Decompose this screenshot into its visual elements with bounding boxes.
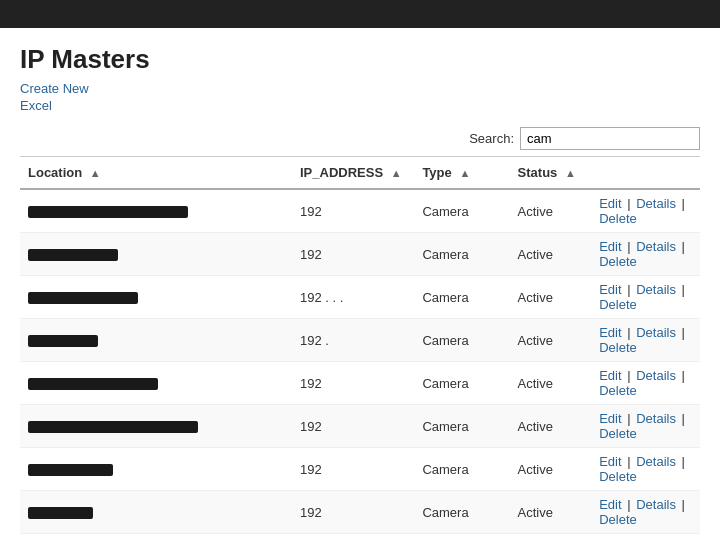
sep1: | bbox=[624, 282, 635, 297]
sep1: | bbox=[624, 368, 635, 383]
sep2: | bbox=[678, 368, 685, 383]
edit-link[interactable]: Edit bbox=[599, 368, 621, 383]
delete-link[interactable]: Delete bbox=[599, 211, 637, 226]
cell-actions: Edit | Details | Delete bbox=[591, 491, 700, 534]
delete-link[interactable]: Delete bbox=[599, 426, 637, 441]
cell-actions: Edit | Details | Delete bbox=[591, 534, 700, 541]
edit-link[interactable]: Edit bbox=[599, 282, 621, 297]
cell-status: Active bbox=[510, 189, 592, 233]
details-link[interactable]: Details bbox=[636, 239, 676, 254]
cell-status: Active bbox=[510, 362, 592, 405]
delete-link[interactable]: Delete bbox=[599, 254, 637, 269]
cell-type: Camera bbox=[414, 276, 509, 319]
cell-status: Active bbox=[510, 534, 592, 541]
details-link[interactable]: Details bbox=[636, 368, 676, 383]
cell-actions: Edit | Details | Delete bbox=[591, 362, 700, 405]
edit-link[interactable]: Edit bbox=[599, 325, 621, 340]
cell-location bbox=[20, 189, 292, 233]
cell-ip: 192 bbox=[292, 491, 414, 534]
table-row: 192 . . .CameraActiveEdit | Details | De… bbox=[20, 276, 700, 319]
cell-actions: Edit | Details | Delete bbox=[591, 189, 700, 233]
excel-link[interactable]: Excel bbox=[20, 98, 700, 113]
sep1: | bbox=[624, 196, 635, 211]
redacted-text bbox=[28, 249, 118, 261]
cell-status: Active bbox=[510, 405, 592, 448]
col-header-ip[interactable]: IP_ADDRESS ▲ bbox=[292, 157, 414, 190]
details-link[interactable]: Details bbox=[636, 411, 676, 426]
edit-link[interactable]: Edit bbox=[599, 497, 621, 512]
cell-location bbox=[20, 276, 292, 319]
cell-ip: 192 bbox=[292, 362, 414, 405]
sort-arrow-type: ▲ bbox=[459, 167, 470, 179]
edit-link[interactable]: Edit bbox=[599, 239, 621, 254]
sep2: | bbox=[678, 497, 685, 512]
col-header-actions bbox=[591, 157, 700, 190]
cell-type: Camera bbox=[414, 405, 509, 448]
delete-link[interactable]: Delete bbox=[599, 469, 637, 484]
search-input[interactable] bbox=[520, 127, 700, 150]
delete-link[interactable]: Delete bbox=[599, 297, 637, 312]
edit-link[interactable]: Edit bbox=[599, 454, 621, 469]
table-row: 192CameraActiveEdit | Details | Delete bbox=[20, 448, 700, 491]
col-header-location[interactable]: Location ▲ bbox=[20, 157, 292, 190]
cell-location bbox=[20, 491, 292, 534]
cell-ip: 192 bbox=[292, 448, 414, 491]
cell-ip: 192 bbox=[292, 534, 414, 541]
details-link[interactable]: Details bbox=[636, 196, 676, 211]
sep2: | bbox=[678, 411, 685, 426]
cell-status: Active bbox=[510, 276, 592, 319]
details-link[interactable]: Details bbox=[636, 325, 676, 340]
redacted-text bbox=[28, 421, 198, 433]
search-label: Search: bbox=[469, 131, 514, 146]
sep1: | bbox=[624, 325, 635, 340]
table-row: 192CameraActiveEdit | Details | Delete bbox=[20, 405, 700, 448]
cell-ip: 192 bbox=[292, 233, 414, 276]
cell-actions: Edit | Details | Delete bbox=[591, 276, 700, 319]
sep2: | bbox=[678, 282, 685, 297]
cell-ip: 192 . . . bbox=[292, 276, 414, 319]
sep1: | bbox=[624, 497, 635, 512]
col-header-status[interactable]: Status ▲ bbox=[510, 157, 592, 190]
details-link[interactable]: Details bbox=[636, 282, 676, 297]
cell-ip: 192 . bbox=[292, 319, 414, 362]
sep2: | bbox=[678, 454, 685, 469]
redacted-text bbox=[28, 335, 98, 347]
ip-masters-table: Location ▲ IP_ADDRESS ▲ Type ▲ Status ▲ bbox=[20, 156, 700, 540]
sep2: | bbox=[678, 196, 685, 211]
sort-arrow-ip: ▲ bbox=[391, 167, 402, 179]
delete-link[interactable]: Delete bbox=[599, 340, 637, 355]
cell-type: Camera bbox=[414, 534, 509, 541]
sep1: | bbox=[624, 454, 635, 469]
sep2: | bbox=[678, 325, 685, 340]
main-content: IP Masters Create New Excel Search: Loca… bbox=[0, 28, 720, 540]
cell-status: Active bbox=[510, 491, 592, 534]
redacted-text bbox=[28, 507, 93, 519]
cell-type: Camera bbox=[414, 189, 509, 233]
sep1: | bbox=[624, 411, 635, 426]
table-row: 192 .CameraActiveEdit | Details | Delete bbox=[20, 319, 700, 362]
details-link[interactable]: Details bbox=[636, 454, 676, 469]
edit-link[interactable]: Edit bbox=[599, 411, 621, 426]
cell-type: Camera bbox=[414, 491, 509, 534]
edit-link[interactable]: Edit bbox=[599, 196, 621, 211]
cell-location bbox=[20, 534, 292, 541]
table-header-row: Location ▲ IP_ADDRESS ▲ Type ▲ Status ▲ bbox=[20, 157, 700, 190]
cell-actions: Edit | Details | Delete bbox=[591, 233, 700, 276]
cell-type: Camera bbox=[414, 362, 509, 405]
sep1: | bbox=[624, 239, 635, 254]
cell-actions: Edit | Details | Delete bbox=[591, 405, 700, 448]
cell-status: Active bbox=[510, 233, 592, 276]
page-title: IP Masters bbox=[20, 44, 700, 75]
details-link[interactable]: Details bbox=[636, 497, 676, 512]
table-row: 192CameraActiveEdit | Details | Delete bbox=[20, 189, 700, 233]
cell-type: Camera bbox=[414, 448, 509, 491]
search-row: Search: bbox=[20, 127, 700, 150]
redacted-text bbox=[28, 464, 113, 476]
redacted-text bbox=[28, 206, 188, 218]
cell-status: Active bbox=[510, 319, 592, 362]
delete-link[interactable]: Delete bbox=[599, 512, 637, 527]
delete-link[interactable]: Delete bbox=[599, 383, 637, 398]
col-header-type[interactable]: Type ▲ bbox=[414, 157, 509, 190]
table-row: 192CameraActiveEdit | Details | Delete bbox=[20, 534, 700, 541]
create-new-link[interactable]: Create New bbox=[20, 81, 700, 96]
